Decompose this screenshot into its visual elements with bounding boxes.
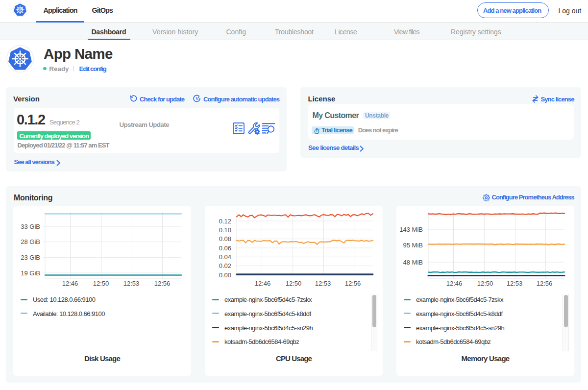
svg-text:0.04: 0.04 (219, 253, 231, 261)
svg-text:12:46: 12:46 (446, 280, 463, 287)
svg-text:28 GiB: 28 GiB (21, 238, 40, 245)
svg-text:12:53: 12:53 (315, 280, 331, 287)
svg-text:95 MiB: 95 MiB (403, 242, 423, 249)
svg-text:48 MiB: 48 MiB (403, 259, 423, 266)
svg-text:0.10: 0.10 (219, 226, 231, 234)
svg-text:143 MiB: 143 MiB (399, 226, 423, 233)
svg-text:12:53: 12:53 (507, 280, 523, 287)
svg-text:12:50: 12:50 (477, 280, 493, 287)
svg-text:23 GiB: 23 GiB (21, 254, 40, 261)
svg-text:0.12: 0.12 (219, 218, 231, 225)
svg-text:12:50: 12:50 (286, 280, 302, 287)
svg-text:0.00: 0.00 (219, 271, 231, 279)
svg-text:12:56: 12:56 (154, 280, 171, 287)
svg-text:12:53: 12:53 (123, 280, 140, 287)
svg-text:33 GiB: 33 GiB (21, 223, 40, 230)
svg-text:12:50: 12:50 (93, 280, 109, 287)
svg-text:0.02: 0.02 (219, 262, 231, 269)
svg-text:0.06: 0.06 (219, 244, 231, 252)
svg-text:0.08: 0.08 (219, 235, 231, 243)
svg-text:12:46: 12:46 (62, 280, 78, 287)
svg-text:12:56: 12:56 (345, 280, 361, 287)
svg-text:12:46: 12:46 (255, 280, 271, 287)
svg-text:19 GiB: 19 GiB (21, 269, 40, 277)
svg-text:12:56: 12:56 (537, 280, 553, 287)
